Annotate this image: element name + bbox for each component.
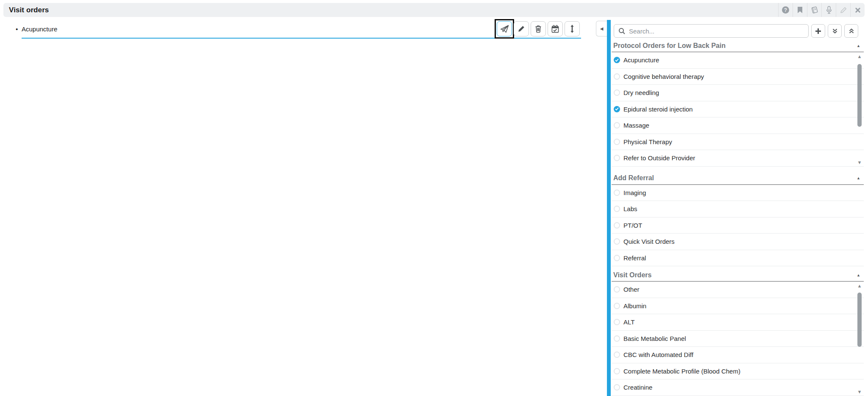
delete-button[interactable] [531, 21, 546, 36]
list-item[interactable]: Creatinine [612, 379, 864, 396]
scrollbar-thumb[interactable] [857, 64, 862, 127]
help-icon: ? [782, 6, 789, 14]
order-row: • Acupuncture [22, 20, 581, 39]
plus-icon [814, 27, 822, 35]
list-item[interactable]: Basic Metabolic Panel [612, 331, 864, 347]
microphone-button[interactable] [821, 3, 836, 17]
panel-divider [607, 20, 611, 396]
scrollbar[interactable]: ▲▼ [857, 53, 862, 166]
list-item[interactable]: Dry needling [612, 85, 864, 101]
scroll-down-icon[interactable]: ▼ [857, 160, 862, 165]
unchecked-circle-icon[interactable] [614, 190, 620, 196]
unchecked-circle-icon[interactable] [614, 139, 620, 145]
edit-note-button[interactable] [836, 3, 850, 17]
list-item[interactable]: PT/OT [612, 218, 864, 234]
unchecked-circle-icon[interactable] [614, 319, 620, 325]
unchecked-circle-icon[interactable] [614, 303, 620, 309]
list-item[interactable]: Refer to Outside Provider [612, 150, 864, 167]
close-icon [855, 7, 861, 13]
reorder-button[interactable] [565, 21, 580, 36]
list-item-label: Cognitive behavioral therapy [623, 73, 704, 80]
scrollbar[interactable]: ▲▼ [857, 282, 862, 395]
section-header: Add Referral▲ [612, 174, 864, 185]
unchecked-circle-icon[interactable] [614, 73, 620, 80]
edit-button[interactable] [514, 21, 529, 36]
unchecked-circle-icon[interactable] [614, 335, 620, 342]
collapse-panel-button[interactable]: ◀ [596, 21, 607, 36]
page-title: Visit orders [3, 6, 49, 14]
scrollbar-thumb[interactable] [857, 293, 862, 347]
list-item-label: Labs [623, 205, 637, 212]
list-item[interactable]: ALT [612, 314, 864, 331]
unchecked-circle-icon[interactable] [614, 351, 620, 358]
calendar-check-icon [551, 25, 560, 33]
unchecked-circle-icon[interactable] [614, 384, 620, 390]
list-item-label: Epidural steroid injection [623, 106, 693, 113]
list-item[interactable]: Physical Therapy [612, 134, 864, 151]
add-button[interactable] [811, 24, 825, 38]
unchecked-circle-icon[interactable] [614, 368, 620, 374]
panel-section: Visit Orders▲OtherAlbuminALTBasic Metabo… [612, 271, 864, 396]
pencil-light-icon [840, 6, 847, 14]
scroll-up-icon[interactable]: ▲ [857, 54, 862, 59]
section-title: Protocol Orders for Low Back Pain [613, 42, 726, 50]
scroll-up-icon[interactable]: ▲ [857, 283, 862, 288]
titlebar-icons: ? [778, 3, 865, 17]
collapse-section-button[interactable]: ▲ [857, 176, 860, 180]
list-item-label: Acupuncture [623, 56, 659, 64]
schedule-button[interactable] [548, 21, 563, 36]
collapse-section-button[interactable]: ▲ [857, 44, 860, 48]
list-item[interactable]: Massage [612, 117, 864, 134]
unchecked-circle-icon[interactable] [614, 89, 620, 96]
trash-icon [534, 25, 542, 33]
expand-all-button[interactable] [828, 24, 842, 38]
chevrons-up-icon [848, 27, 855, 35]
unchecked-circle-icon[interactable] [614, 155, 620, 161]
list-item[interactable]: Complete Metabolic Profile (Blood Chem) [612, 363, 864, 380]
panel-section: Protocol Orders for Low Back Pain▲Acupun… [612, 41, 864, 167]
checked-circle-icon[interactable] [614, 57, 620, 63]
collapse-section-button[interactable]: ▲ [857, 273, 860, 277]
unchecked-circle-icon[interactable] [614, 286, 620, 293]
panel-toolbar [811, 24, 858, 38]
microphone-icon [826, 6, 832, 14]
unchecked-circle-icon[interactable] [614, 122, 620, 128]
list-item[interactable]: CBC with Automated Diff [612, 347, 864, 363]
checked-circle-icon[interactable] [614, 106, 620, 112]
search-box[interactable] [614, 24, 809, 38]
list-item[interactable]: Acupuncture [612, 52, 864, 69]
list-item[interactable]: Epidural steroid injection [612, 101, 864, 118]
list-item-label: Massage [623, 122, 649, 129]
list-item-label: PT/OT [623, 222, 642, 229]
list-item[interactable]: Referral [612, 250, 864, 267]
list-item[interactable]: Albumin [612, 298, 864, 315]
pencil-icon [517, 25, 526, 33]
section-title: Add Referral [613, 174, 654, 182]
book-button[interactable] [807, 3, 821, 17]
list-item[interactable]: Quick Visit Orders [612, 234, 864, 250]
bookmark-button[interactable] [793, 3, 807, 17]
chevrons-down-icon [831, 27, 839, 35]
list-item-label: Dry needling [623, 89, 659, 96]
close-button[interactable] [850, 3, 865, 17]
unchecked-circle-icon[interactable] [614, 222, 620, 229]
help-button[interactable]: ? [778, 3, 793, 17]
list-item[interactable]: Imaging [612, 185, 864, 201]
send-button[interactable] [497, 21, 512, 36]
list-item[interactable]: Other [612, 282, 864, 298]
app: { "colors": { "accent": "#24A4DF", "titl… [0, 0, 868, 396]
right-panel: Protocol Orders for Low Back Pain▲Acupun… [611, 20, 868, 396]
search-input[interactable] [629, 28, 804, 35]
unchecked-circle-icon[interactable] [614, 255, 620, 261]
list-item-label: Creatinine [623, 384, 652, 391]
list-item[interactable]: Cognitive behavioral therapy [612, 69, 864, 85]
list-item[interactable]: Labs [612, 201, 864, 218]
list-item-label: Quick Visit Orders [623, 238, 675, 245]
collapse-all-button[interactable] [844, 24, 858, 38]
unchecked-circle-icon[interactable] [614, 238, 620, 245]
scroll-down-icon[interactable]: ▼ [857, 389, 862, 394]
section-list: AcupunctureCognitive behavioral therapyD… [612, 52, 864, 167]
resize-vertical-icon [568, 24, 576, 33]
unchecked-circle-icon[interactable] [614, 206, 620, 212]
bookmark-icon [797, 6, 803, 14]
